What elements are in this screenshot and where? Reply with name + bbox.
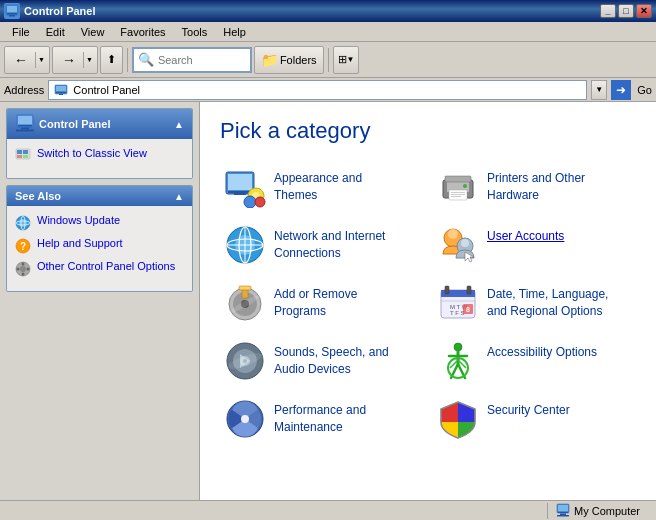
category-network-internet[interactable]: Network and Internet Connections	[220, 218, 423, 272]
search-input[interactable]	[158, 54, 248, 66]
minimize-button[interactable]: _	[600, 4, 616, 18]
search-box[interactable]: 🔍	[132, 47, 252, 73]
security-label: Security Center	[487, 398, 570, 419]
svg-rect-11	[21, 128, 29, 130]
menu-favorites[interactable]: Favorites	[112, 24, 173, 40]
address-bar: Address Control Panel ▼ ➜ Go	[0, 78, 656, 102]
search-icon: 🔍	[138, 52, 154, 67]
other-options-label: Other Control Panel Options	[37, 260, 175, 272]
toolbar-separator-2	[328, 48, 329, 72]
svg-rect-33	[234, 193, 246, 195]
sounds-icon	[224, 340, 266, 382]
svg-point-26	[22, 263, 25, 266]
back-button[interactable]: ← ▼	[4, 46, 50, 74]
my-computer-label: My Computer	[574, 505, 640, 517]
sounds-label: Sounds, Speech, and Audio Devices	[274, 340, 389, 378]
title-bar: Control Panel _ □ ✕	[0, 0, 656, 22]
category-sounds[interactable]: Sounds, Speech, and Audio Devices	[220, 334, 423, 388]
svg-point-25	[20, 266, 26, 272]
sidebar-control-panel-header: Control Panel ▲	[7, 109, 192, 139]
pick-category-title: Pick a category	[220, 118, 636, 144]
network-internet-label: Network and Internet Connections	[274, 224, 385, 262]
svg-rect-31	[228, 174, 252, 190]
add-remove-label: Add or Remove Programs	[274, 282, 357, 320]
category-grid: Appearance and Themes Prin	[220, 160, 636, 446]
performance-icon	[224, 398, 266, 440]
address-dropdown-icon[interactable]: ▼	[591, 80, 607, 100]
svg-rect-15	[23, 150, 28, 154]
toolbar: ← ▼ → ▼ ⬆ 🔍 📁 Folders ⊞ ▼	[0, 42, 656, 78]
title-bar-buttons: _ □ ✕	[600, 4, 652, 18]
svg-point-28	[17, 268, 20, 271]
svg-rect-10	[18, 125, 32, 127]
svg-rect-40	[445, 176, 471, 182]
svg-rect-44	[451, 196, 461, 197]
sidebar: Control Panel ▲ Switch to C	[0, 102, 200, 500]
category-accessibility[interactable]: Accessibility Options	[433, 334, 636, 388]
view-dropdown-icon[interactable]: ▼	[347, 55, 355, 64]
switch-classic-view-link[interactable]: Switch to Classic View	[15, 147, 184, 164]
network-internet-icon	[224, 224, 266, 266]
address-input[interactable]: Control Panel	[48, 80, 587, 100]
control-panel-header-icon	[15, 113, 35, 135]
svg-point-27	[22, 273, 25, 276]
address-icon	[53, 82, 69, 98]
svg-rect-12	[16, 130, 34, 132]
windows-update-icon	[15, 215, 31, 231]
category-add-remove[interactable]: Add or Remove Programs	[220, 276, 423, 330]
svg-rect-9	[18, 116, 32, 124]
windows-update-link[interactable]: Windows Update	[15, 214, 184, 231]
svg-point-45	[463, 184, 467, 188]
folders-button[interactable]: 📁 Folders	[254, 46, 324, 74]
menu-view[interactable]: View	[73, 24, 113, 40]
up-button[interactable]: ⬆	[100, 46, 123, 74]
title-bar-title: Control Panel	[24, 5, 600, 17]
help-support-link[interactable]: ? Help and Support	[15, 237, 184, 254]
category-user-accounts[interactable]: User Accounts	[433, 218, 636, 272]
switch-classic-view-label: Switch to Classic View	[37, 147, 147, 159]
svg-point-83	[241, 415, 249, 423]
up-icon: ⬆	[107, 53, 116, 66]
menu-tools[interactable]: Tools	[174, 24, 216, 40]
address-label: Address	[4, 84, 44, 96]
category-performance[interactable]: Performance and Maintenance	[220, 392, 423, 446]
maximize-button[interactable]: □	[618, 4, 634, 18]
add-remove-icon	[224, 282, 266, 324]
menu-file[interactable]: File	[4, 24, 38, 40]
sidebar-see-also-header: See Also ▲	[7, 186, 192, 206]
category-security[interactable]: Security Center	[433, 392, 636, 446]
category-appearance-themes[interactable]: Appearance and Themes	[220, 160, 423, 214]
view-button[interactable]: ⊞ ▼	[333, 46, 360, 74]
status-bar: My Computer	[0, 500, 656, 520]
svg-rect-90	[558, 512, 568, 513]
go-button[interactable]: ➜	[611, 80, 631, 100]
svg-rect-43	[451, 194, 465, 195]
svg-rect-5	[56, 86, 66, 91]
main-content: Pick a category Appearance	[200, 102, 656, 500]
menu-help[interactable]: Help	[215, 24, 254, 40]
svg-point-53	[448, 229, 458, 239]
svg-rect-14	[17, 150, 22, 154]
sidebar-see-also-chevron[interactable]: ▲	[174, 191, 184, 202]
appearance-themes-label: Appearance and Themes	[274, 166, 362, 204]
datetime-label: Date, Time, Language, and Regional Optio…	[487, 282, 608, 320]
forward-dropdown-icon[interactable]: ▼	[86, 56, 93, 63]
user-accounts-label: User Accounts	[487, 224, 564, 245]
appearance-themes-icon	[224, 166, 266, 208]
sidebar-control-panel-chevron[interactable]: ▲	[174, 119, 184, 130]
go-label: Go	[637, 84, 652, 96]
back-dropdown-icon[interactable]: ▼	[38, 56, 45, 63]
forward-button[interactable]: → ▼	[52, 46, 98, 74]
category-datetime[interactable]: M T W T F S 8 Date, Time, Language, and …	[433, 276, 636, 330]
sidebar-control-panel-section: Control Panel ▲ Switch to C	[6, 108, 193, 179]
menu-edit[interactable]: Edit	[38, 24, 73, 40]
svg-point-37	[255, 197, 265, 207]
close-button[interactable]: ✕	[636, 4, 652, 18]
svg-text:8: 8	[466, 306, 470, 313]
other-options-link[interactable]: Other Control Panel Options	[15, 260, 184, 277]
my-computer-icon	[556, 503, 570, 519]
category-printers-hardware[interactable]: Printers and Other Hardware	[433, 160, 636, 214]
other-options-icon	[15, 261, 31, 277]
windows-update-label: Windows Update	[37, 214, 120, 226]
toolbar-separator-1	[127, 48, 128, 72]
